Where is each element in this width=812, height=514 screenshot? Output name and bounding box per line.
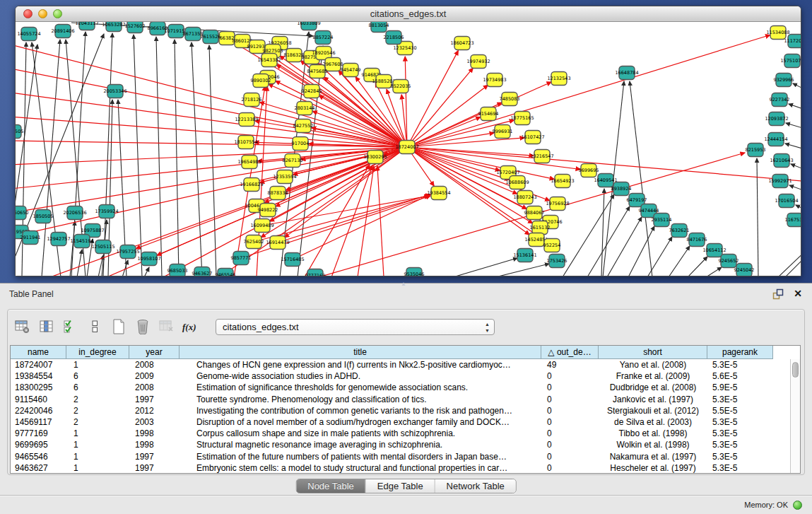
close-panel-icon[interactable]: ✕ [794,288,802,299]
node-table[interactable]: namein_degreeyeartitle△ out_de…shortpage… [10,345,801,474]
graph-node-label: 12043117 [75,22,98,26]
table-settings-icon[interactable] [13,317,32,336]
edge[interactable] [209,45,216,276]
edge[interactable] [757,158,758,276]
window-title: citations_edges.txt [16,8,801,19]
tab-network-table[interactable]: Network Table [435,479,516,493]
edge[interactable] [778,250,801,276]
create-table-icon[interactable] [110,317,128,336]
edge[interactable] [77,250,82,276]
vertical-scrollbar[interactable] [790,359,800,473]
table-row[interactable]: 969969511998Structural magnetic resonanc… [11,439,800,450]
delete-column-icon[interactable] [134,317,152,336]
edge[interactable] [192,42,202,276]
table-row[interactable]: 977716911998Corpus callosum shape and si… [11,428,800,439]
edge[interactable] [793,83,801,90]
graph-node-label: 11534088 [766,30,789,35]
edge[interactable] [407,68,473,147]
edge[interactable] [601,189,604,276]
edge[interactable] [607,217,642,276]
table-cell: 5.3E-5 [707,451,773,462]
edge[interactable] [407,51,458,147]
edge[interactable] [785,144,801,150]
edge[interactable] [407,133,494,147]
edge[interactable] [791,164,801,170]
tab-edge-table[interactable]: Edge Table [366,479,435,493]
column-header-pagerank[interactable]: pagerank [707,346,773,359]
graph-node-label: 8454749 [341,67,361,73]
column-header-name[interactable]: name [11,346,66,359]
edge[interactable] [789,185,801,192]
table-toolbar: f(x)citations_edges.txt▲▼ [8,310,804,344]
show-columns-icon[interactable] [37,317,56,336]
table-cell: 1998 [129,428,180,439]
memory-status-icon[interactable] [793,501,802,510]
edge[interactable] [16,147,407,213]
table-cell: Wolkin et al. (1998) [599,439,707,450]
table-row[interactable]: 1872400712008Changes of HCN gene express… [11,359,800,370]
edge[interactable] [786,123,801,129]
column-header-in-degree[interactable]: in_degree [66,346,129,359]
graph-node-label: 1850505 [33,214,54,219]
citation-network-graph[interactable]: 1872400718300295193845542242004676638228… [16,22,801,276]
select-columns-icon[interactable] [61,317,80,336]
edge[interactable] [259,102,407,147]
edge[interactable] [563,194,614,276]
graph-node-label: 917004 [292,141,310,146]
graph-node-label: 8475685 [307,69,328,74]
graph-node-label: 20053346 [103,88,126,94]
row-height-icon[interactable] [86,317,104,336]
column-header-out-de-[interactable]: △ out_de… [541,346,599,359]
edge[interactable] [70,221,75,276]
edge[interactable] [16,147,407,165]
edge[interactable] [789,104,801,110]
table-cell: 1998 [129,439,180,450]
dropdown-stepper-icon[interactable]: ▲▼ [485,321,490,334]
edge[interactable] [669,246,690,276]
table-cell: 1 [66,451,129,462]
table-row[interactable]: 911546021997Tourette syndrome. Phenomeno… [11,394,800,405]
scrollbar-thumb[interactable] [792,362,799,378]
table-body[interactable]: 1872400712008Changes of HCN gene express… [11,359,800,474]
table-row[interactable]: 1938455462009Genome-wide association stu… [11,370,800,382]
table-row[interactable]: 946362711997Embryonic stem cells: a mode… [11,462,800,474]
table-panel-body: f(x)citations_edges.txt▲▼ namein_degreey… [7,309,805,475]
edge[interactable] [647,237,672,276]
table-selector-dropdown[interactable]: citations_edges.txt▲▼ [216,319,495,335]
column-header-title[interactable]: title [180,346,541,359]
edge[interactable] [630,81,652,276]
edge[interactable] [706,267,722,276]
table-cell: 1997 [129,462,180,474]
edge[interactable] [453,258,517,276]
memory-status-label: Memory: OK [744,501,788,509]
table-cell: Structural magnetic resonance image aver… [180,439,541,450]
edge[interactable] [688,257,707,276]
table-cell: de Silva et al. (2003) [599,416,707,428]
graph-node-label: 8522035 [391,83,411,89]
function-builder-icon[interactable]: f(x) [182,317,200,336]
tab-node-table[interactable]: Node Table [296,479,366,493]
window-titlebar[interactable]: citations_edges.txt [16,6,801,22]
graph-node-label: 19756928 [546,201,569,206]
column-header-year[interactable]: year [129,346,180,359]
table-row[interactable]: 2242004622012Investigating the contribut… [11,405,800,416]
table-cell: Dudbridge et al. (2008) [599,382,707,393]
edge[interactable] [587,206,630,276]
splitter-grip-icon[interactable]: ▲ [401,281,406,287]
edge[interactable] [796,205,801,211]
column-header-short[interactable]: short [599,346,707,359]
edge[interactable] [407,35,770,147]
table-row[interactable]: 1830029562008Estimation of significance … [11,382,800,393]
float-panel-icon[interactable] [772,288,784,300]
table-row[interactable]: 1456911722003Disruption of a novel membe… [11,416,800,428]
edge[interactable] [407,147,510,180]
network-view-window[interactable]: citations_edges.txt 18724007183002951938… [15,6,801,276]
graph-node-label: 9465546 [216,272,236,276]
edge[interactable] [144,267,149,276]
table-row[interactable]: 946554611997Estimation of the future num… [11,451,800,462]
graph-node-label: 18775165 [510,115,534,121]
table-header-row[interactable]: namein_degreeyeartitle△ out_de…shortpage… [11,346,800,359]
network-canvas[interactable]: 1872400718300295193845542242004676638228… [16,22,801,276]
edge[interactable] [495,264,549,276]
edge[interactable] [134,35,142,276]
